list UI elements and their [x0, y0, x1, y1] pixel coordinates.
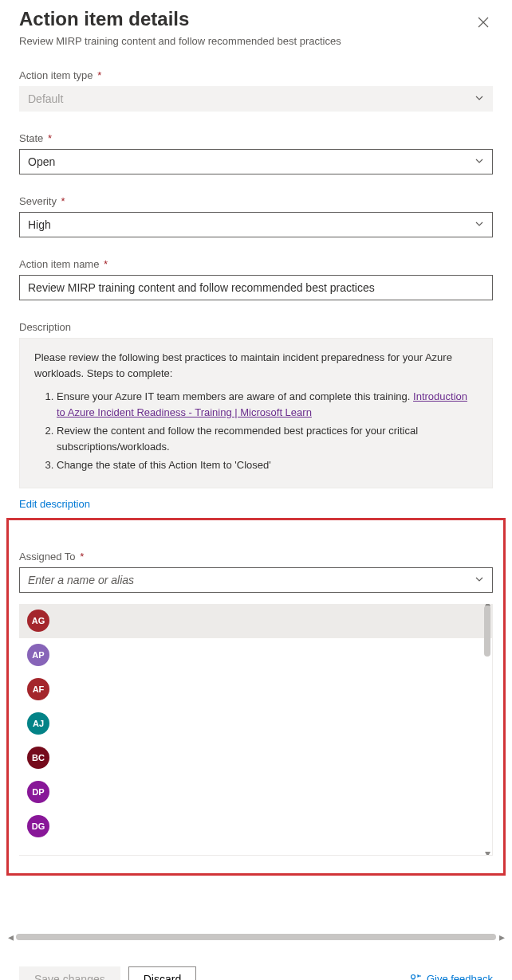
scrollbar-thumb[interactable] [16, 934, 496, 940]
chevron-down-icon [475, 155, 484, 168]
avatar: DG [27, 815, 49, 837]
chevron-down-icon [475, 574, 484, 586]
give-feedback-link[interactable]: Give feedback [409, 973, 493, 981]
people-list-item[interactable]: AP [19, 638, 492, 672]
chevron-down-icon [475, 218, 484, 231]
discard-button[interactable]: Discard [128, 966, 196, 981]
action-item-name-label: Action item name * [19, 258, 493, 270]
avatar: AF [27, 678, 49, 700]
severity-select[interactable]: High [19, 212, 493, 237]
close-icon [478, 17, 489, 28]
people-list-item[interactable]: AF [19, 672, 492, 707]
description-step: Ensure your Azure IT team members are aw… [57, 389, 478, 420]
page-subtitle: Review MIRP training content and follow … [19, 35, 493, 47]
scroll-left-icon[interactable]: ◂ [6, 931, 14, 943]
state-label: State * [19, 132, 493, 144]
state-select[interactable]: Open [19, 149, 493, 174]
horizontal-scrollbar[interactable]: ◂ ▸ [10, 931, 502, 943]
people-list-item[interactable]: BC [19, 741, 492, 775]
severity-label: Severity * [19, 195, 493, 207]
description-step: Review the content and follow the recomm… [57, 423, 478, 454]
svg-point-0 [411, 974, 415, 978]
chevron-down-icon [475, 92, 484, 105]
action-item-type-label: Action item type * [19, 69, 493, 81]
avatar: DP [27, 781, 49, 803]
scroll-right-icon[interactable]: ▸ [498, 931, 506, 943]
close-button[interactable] [474, 13, 493, 32]
avatar: BC [27, 747, 49, 769]
description-content: Please review the following best practic… [19, 338, 493, 488]
avatar: AJ [27, 712, 49, 735]
scrollbar-thumb[interactable] [484, 606, 490, 657]
avatar: AG [27, 610, 49, 632]
people-dropdown[interactable]: ▴ ▾ AGAPAFAJBCDPDG [19, 604, 493, 856]
action-item-name-input[interactable] [19, 275, 493, 300]
action-item-type-select: Default [19, 86, 493, 112]
assigned-to-label: Assigned To * [19, 551, 493, 563]
people-list-item[interactable]: DG [19, 809, 492, 844]
scroll-down-icon[interactable]: ▾ [484, 850, 490, 856]
save-button: Save changes [19, 966, 120, 981]
assigned-to-input[interactable]: Enter a name or alias [19, 567, 493, 593]
people-list-item[interactable]: AG [19, 604, 492, 638]
people-list-item[interactable]: DP [19, 775, 492, 809]
description-label: Description [19, 321, 493, 333]
page-title: Action item details [19, 8, 189, 30]
avatar: AP [27, 644, 49, 666]
description-step: Change the state of this Action Item to … [57, 457, 478, 473]
people-list-item[interactable]: AJ [19, 707, 492, 741]
edit-description-link[interactable]: Edit description [19, 498, 90, 510]
assigned-to-highlight: Assigned To * Enter a name or alias ▴ ▾ … [6, 518, 506, 876]
feedback-icon [409, 973, 422, 981]
